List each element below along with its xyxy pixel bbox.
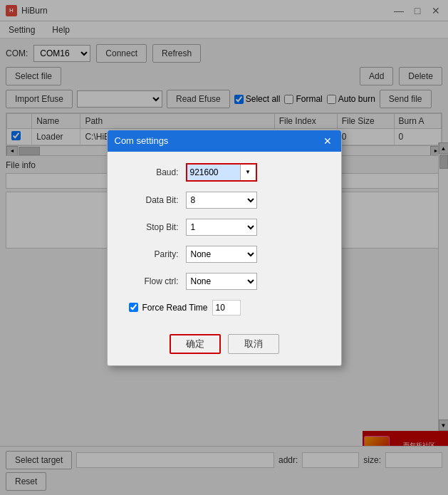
flow-ctrl-label: Flow ctrl: [122, 276, 179, 286]
force-read-time-checkbox[interactable] [129, 303, 138, 312]
modal-title-bar: Com settings ✕ [108, 130, 341, 152]
force-read-time-label: Force Read Time [142, 303, 208, 313]
data-bit-row: Data Bit: 8 [122, 192, 327, 209]
modal-footer: 确定 取消 [108, 327, 341, 365]
stop-bit-label: Stop Bit: [122, 222, 179, 232]
flow-ctrl-select[interactable]: None [186, 273, 257, 290]
modal-ok-button[interactable]: 确定 [170, 334, 221, 354]
modal-cancel-button[interactable]: 取消 [228, 334, 279, 354]
parity-select[interactable]: None [186, 246, 257, 263]
force-read-time-input[interactable] [212, 300, 241, 316]
stop-bit-select[interactable]: 1 [186, 219, 257, 236]
baud-label: Baud: [122, 167, 179, 177]
com-settings-modal: Com settings ✕ Baud: ▼ Data Bit: 8 [107, 130, 342, 366]
baud-dropdown-button[interactable]: ▼ [240, 165, 256, 180]
force-read-time-row: Force Read Time [122, 300, 327, 316]
modal-close-button[interactable]: ✕ [321, 135, 334, 147]
modal-title: Com settings [115, 135, 169, 146]
data-bit-label: Data Bit: [122, 195, 179, 205]
baud-container: ▼ [186, 163, 257, 182]
baud-row: Baud: ▼ [122, 163, 327, 182]
modal-body: Baud: ▼ Data Bit: 8 Stop Bit: 1 [108, 152, 341, 327]
modal-overlay: Com settings ✕ Baud: ▼ Data Bit: 8 [0, 0, 448, 495]
stop-bit-row: Stop Bit: 1 [122, 219, 327, 236]
parity-row: Parity: None [122, 246, 327, 263]
data-bit-select[interactable]: 8 [186, 192, 257, 209]
flow-ctrl-row: Flow ctrl: None [122, 273, 327, 290]
modal-close-icon: ✕ [323, 135, 332, 147]
baud-input[interactable] [187, 165, 240, 180]
parity-label: Parity: [122, 249, 179, 259]
